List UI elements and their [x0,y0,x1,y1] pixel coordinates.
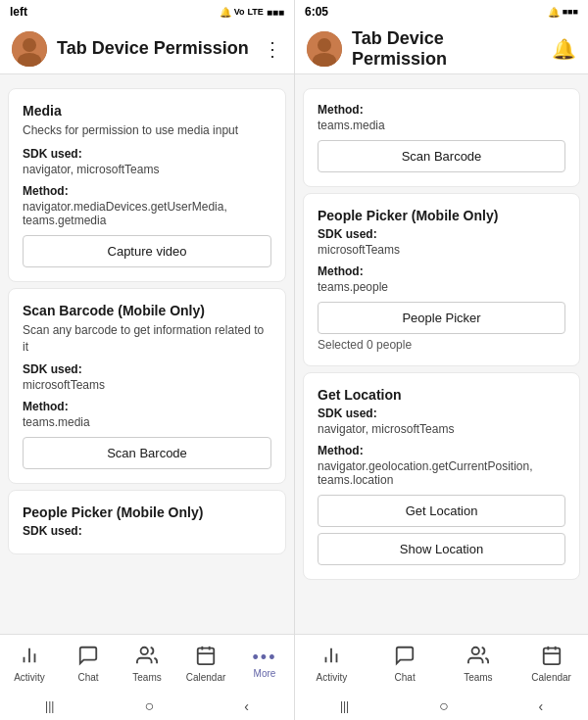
chat-icon-right [394,645,416,670]
bottom-nav-left: Activity Chat Teams [0,634,294,693]
activity-label-right: Activity [317,672,348,683]
page-title-right: Tab Device Permission [352,28,542,70]
activity-icon-right [320,645,342,670]
status-icons-right: 🔔 ■■■ [548,7,578,18]
nav-more-left[interactable]: ••• More [235,648,294,679]
android-back-left[interactable]: ‹ [244,698,249,714]
people-picker-title-right: People Picker (Mobile Only) [318,208,565,223]
scan-method-label-right-top: Method: [318,103,565,117]
teams-icon-right [467,645,489,670]
media-method-label: Method: [23,184,271,198]
calendar-label-right: Calendar [531,672,571,683]
scan-sdk-label-left: SDK used: [23,362,271,376]
avatar-left [12,31,47,67]
chat-icon-left [77,645,99,670]
bottom-nav-right: Activity Chat Teams [295,634,588,693]
svg-rect-4 [198,648,215,665]
media-title: Media [23,103,271,119]
capture-video-button[interactable]: Capture video [23,235,271,267]
media-method-value: navigator.mediaDevices.getUserMedia, tea… [23,200,271,227]
people-picker-card-right: People Picker (Mobile Only) SDK used: mi… [303,193,580,366]
people-sdk-value-right: microsoftTeams [318,243,565,257]
scan-method-label-left: Method: [23,400,271,413]
nav-teams-left[interactable]: Teams [118,645,176,683]
nav-calendar-right[interactable]: Calendar [514,645,588,683]
calendar-icon-right [541,645,563,670]
show-location-button[interactable]: Show Location [318,533,565,565]
content-left: Media Checks for permission to use media… [0,74,294,634]
time-left: left [10,5,27,19]
android-menu-left: ||| [45,699,54,713]
location-sdk-label: SDK used: [318,407,565,420]
svg-rect-12 [543,648,560,665]
people-selected-text: Selected 0 people [318,338,565,352]
scan-method-value-right-top: teams.media [318,119,565,132]
media-desc: Checks for permission to use media input [23,122,271,139]
people-sdk-label-left: SDK used: [23,524,271,538]
people-sdk-label-right: SDK used: [318,227,565,241]
people-picker-title-left: People Picker (Mobile Only) [23,504,271,520]
page-title-left: Tab Device Permission [57,38,253,59]
chat-label-right: Chat [395,672,416,683]
status-bar-left: left 🔔 Vo LTE ■■■ [0,0,294,24]
scan-barcode-button-right[interactable]: Scan Barcode [318,140,565,172]
chat-label-left: Chat [77,672,98,683]
scan-barcode-button-left[interactable]: Scan Barcode [23,437,271,469]
nav-activity-left[interactable]: Activity [0,645,59,683]
people-method-value-right: teams.people [318,280,565,294]
people-picker-button-right[interactable]: People Picker [318,302,565,334]
nav-calendar-left[interactable]: Calendar [176,645,235,683]
calendar-icon-left [195,645,217,670]
scan-barcode-card-right-top: Method: teams.media Scan Barcode [303,88,580,187]
avatar-right [307,31,342,67]
status-bar-right: 6:05 🔔 ■■■ [295,0,588,24]
location-method-value: navigator.geolocation.getCurrentPosition… [318,459,565,487]
scan-sdk-value-left: microsoftTeams [23,378,271,392]
android-nav-right: ||| ○ ‹ [295,693,588,720]
location-method-label: Method: [318,444,565,457]
status-icons-left: 🔔 Vo LTE ■■■ [220,7,284,18]
more-button-right[interactable]: 🔔 [552,37,576,61]
nav-activity-right[interactable]: Activity [295,645,368,683]
teams-label-left: Teams [132,672,161,683]
right-phone: 6:05 🔔 ■■■ Tab Device Permission 🔔 Metho… [294,0,588,720]
scan-method-value-left: teams.media [23,415,271,429]
people-method-label-right: Method: [318,264,565,278]
title-bar-right: Tab Device Permission 🔔 [295,24,588,74]
location-sdk-value: navigator, microsoftTeams [318,422,565,436]
scan-barcode-title-left: Scan Barcode (Mobile Only) [23,303,271,318]
media-sdk-value: navigator, microsoftTeams [23,163,271,176]
svg-point-9 [318,38,331,52]
media-sdk-label: SDK used: [23,147,271,161]
android-home-right[interactable]: ○ [439,697,449,715]
nav-teams-right[interactable]: Teams [442,645,515,683]
nav-chat-left[interactable]: Chat [59,645,118,683]
scan-barcode-desc-left: Scan any barcode to get information rela… [23,322,271,356]
people-picker-card-left: People Picker (Mobile Only) SDK used: [8,490,286,554]
teams-label-right: Teams [464,672,492,683]
android-menu-right: ||| [340,699,349,713]
svg-point-3 [141,648,148,654]
android-home-left[interactable]: ○ [145,697,155,715]
svg-point-11 [471,648,478,654]
svg-point-1 [23,38,36,52]
left-phone: left 🔔 Vo LTE ■■■ Tab Device Permission … [0,0,294,720]
activity-label-left: Activity [14,672,45,683]
scan-barcode-card-left: Scan Barcode (Mobile Only) Scan any barc… [8,288,286,485]
media-card: Media Checks for permission to use media… [8,88,286,282]
calendar-label-left: Calendar [186,672,226,683]
content-right: Method: teams.media Scan Barcode People … [295,74,588,634]
get-location-title: Get Location [318,387,565,403]
android-nav-left: ||| ○ ‹ [0,693,294,720]
activity-icon-left [19,645,40,670]
get-location-card: Get Location SDK used: navigator, micros… [303,372,580,580]
time-right: 6:05 [305,5,328,19]
more-label-left: More [254,668,276,679]
get-location-button[interactable]: Get Location [318,495,565,527]
android-back-right[interactable]: ‹ [538,698,543,714]
teams-icon-left [136,645,158,670]
more-icon-left: ••• [253,648,277,666]
title-bar-left: Tab Device Permission ⋮ [0,24,294,74]
nav-chat-right[interactable]: Chat [368,645,442,683]
more-button-left[interactable]: ⋮ [263,37,282,61]
